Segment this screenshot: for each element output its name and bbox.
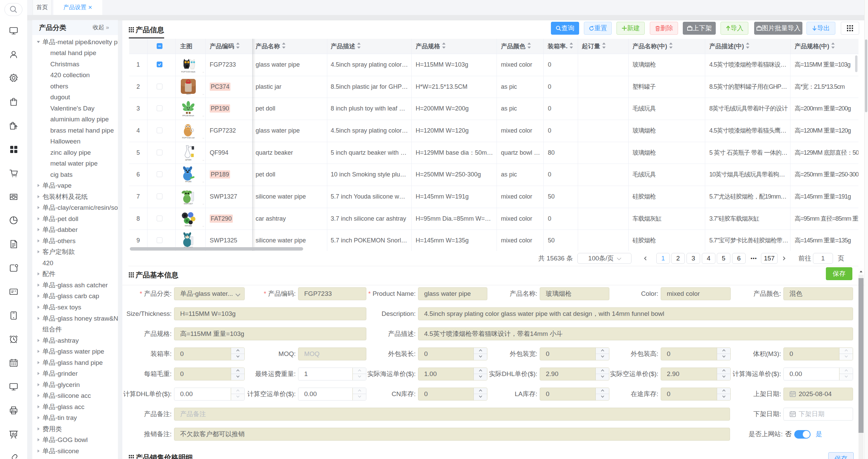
- svg-text:FAT290: FAT290: [185, 225, 192, 227]
- svg-text:PP189: PP189: [185, 181, 192, 183]
- svg-text:FGP7233-black: FGP7233-black: [181, 71, 196, 73]
- svg-text:FGP7232-owl: FGP7232-owl: [182, 137, 195, 139]
- svg-text:QF994: QF994: [185, 159, 192, 161]
- svg-text:GZN: GZN: [186, 93, 191, 95]
- svg-text:PP190-8inch: PP190-8inch: [183, 115, 194, 117]
- svg-text:SWP1327: SWP1327: [184, 203, 193, 205]
